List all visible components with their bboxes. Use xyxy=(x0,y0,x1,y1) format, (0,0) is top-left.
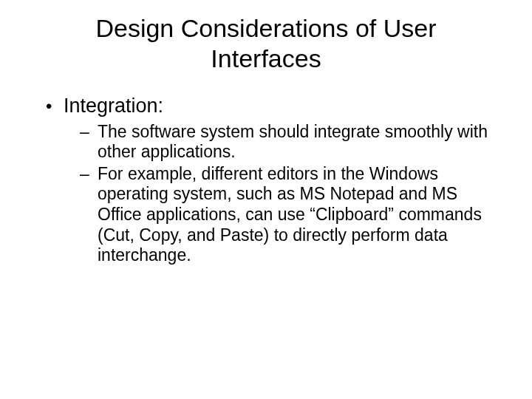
bullet-label: Integration: xyxy=(64,95,163,117)
slide-title: Design Considerations of User Interfaces xyxy=(37,13,495,74)
list-item: The software system should integrate smo… xyxy=(80,122,495,163)
list-item: For example, different editors in the Wi… xyxy=(80,164,495,266)
list-item: Integration: The software system should … xyxy=(46,95,495,266)
bullet-list-level1: Integration: The software system should … xyxy=(37,95,495,266)
sub-bullet-text: For example, different editors in the Wi… xyxy=(98,164,482,265)
bullet-list-level2: The software system should integrate smo… xyxy=(64,122,495,266)
sub-bullet-text: The software system should integrate smo… xyxy=(98,122,488,162)
